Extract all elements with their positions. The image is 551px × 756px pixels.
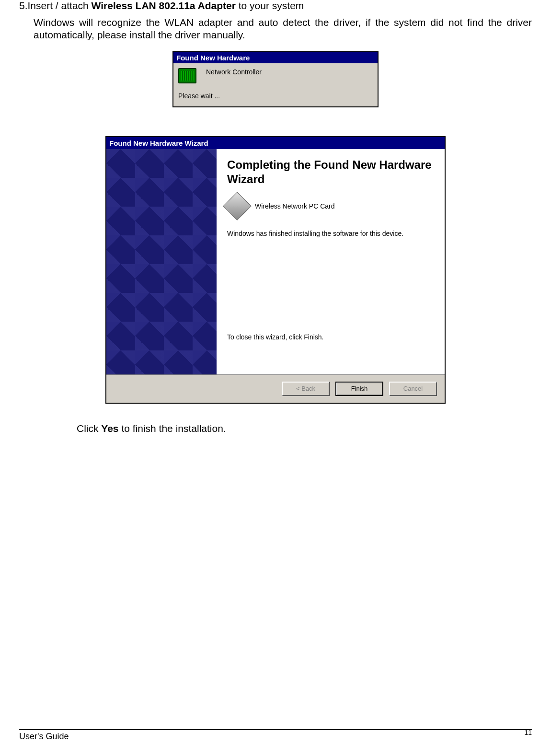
wizard-content: Completing the Found New Hardware Wizard…: [217, 149, 445, 374]
step-prefix: Insert / attach: [28, 0, 92, 11]
step-suffix: to your system: [236, 0, 304, 11]
step-number: 5.: [19, 0, 28, 11]
finish-button[interactable]: Finish: [335, 382, 383, 396]
wizard-device: Wireless Network PC Card: [255, 202, 334, 210]
dialog1-wait: Please wait ...: [178, 92, 373, 100]
back-button[interactable]: < Back: [282, 382, 330, 396]
dialog1-wrap: Found New Hardware Network Controller Pl…: [19, 51, 532, 107]
wizard-close-text: To close this wizard, click Finish.: [227, 333, 435, 341]
dialog1-title: Found New Hardware: [173, 52, 378, 63]
body-paragraph: Windows will recognize the WLAN adapter …: [34, 16, 532, 42]
dialog2-body: Completing the Found New Hardware Wizard…: [106, 149, 445, 374]
wizard-button-row: < Back Finish Cancel: [106, 374, 445, 403]
dialog2-wrap: Found New Hardware Wizard Completing the…: [19, 117, 532, 404]
step-bold: Wireless LAN 802.11a Adapter: [92, 0, 236, 11]
dialog1-device: Network Controller: [206, 68, 262, 76]
pc-card-icon: [223, 192, 251, 220]
wizard-sidebar-image: [106, 149, 217, 374]
dialog1-body: Network Controller Please wait ...: [173, 63, 378, 106]
page-number: 11: [524, 729, 532, 739]
hardware-icon: [178, 68, 196, 83]
step-instruction: 5.Insert / attach Wireless LAN 802.11a A…: [19, 0, 532, 12]
page-footer: User's Guide 11: [19, 729, 532, 742]
footer-left: User's Guide: [19, 732, 69, 742]
post-instruction: Click Yes to finish the installation.: [77, 423, 532, 434]
dialog2-title: Found New Hardware Wizard: [106, 137, 445, 149]
post-suffix: to finish the installation.: [119, 423, 226, 434]
wizard-installed-text: Windows has finished installing the soft…: [227, 230, 435, 237]
post-bold: Yes: [101, 423, 118, 434]
cancel-button[interactable]: Cancel: [389, 382, 437, 396]
found-new-hardware-dialog: Found New Hardware Network Controller Pl…: [172, 51, 379, 107]
wizard-heading: Completing the Found New Hardware Wizard: [227, 158, 435, 186]
post-prefix: Click: [77, 423, 101, 434]
found-new-hardware-wizard-dialog: Found New Hardware Wizard Completing the…: [105, 136, 446, 404]
